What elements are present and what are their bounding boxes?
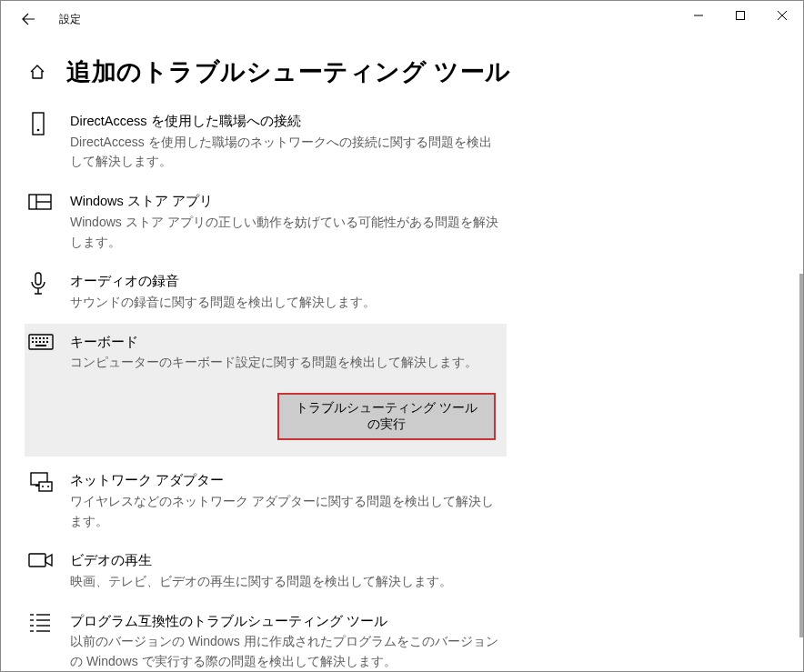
svg-rect-8 xyxy=(32,337,34,339)
item-desc: 以前のバージョンの Windows 用に作成されたプログラムをこのバージョンの … xyxy=(70,632,499,671)
svg-rect-12 xyxy=(46,337,48,339)
svg-rect-17 xyxy=(46,341,48,343)
arrow-left-icon xyxy=(21,12,35,26)
keyboard-icon xyxy=(28,333,54,351)
minimize-button[interactable] xyxy=(678,1,719,30)
page-header: 追加のトラブルシューティング ツール xyxy=(28,37,776,103)
svg-rect-21 xyxy=(39,482,52,491)
item-title: ビデオの再生 xyxy=(70,551,499,571)
svg-rect-16 xyxy=(43,341,45,343)
home-button[interactable] xyxy=(28,63,50,81)
item-title: キーボード xyxy=(70,333,496,353)
item-desc: 映画、テレビ、ビデオの再生に関する問題を検出して解決します。 xyxy=(70,572,499,592)
svg-rect-24 xyxy=(29,554,45,567)
troubleshooter-item-network-adapter[interactable]: ネットワーク アダプター ワイヤレスなどのネットワーク アダプターに関する問題を… xyxy=(28,462,510,542)
item-desc: ワイヤレスなどのネットワーク アダプターに関する問題を検出して解決します。 xyxy=(70,492,499,531)
item-title: プログラム互換性のトラブルシューティング ツール xyxy=(70,612,499,632)
close-button[interactable] xyxy=(761,1,803,30)
item-desc: Windows ストア アプリの正しい動作を妨げている可能性がある問題を解決しま… xyxy=(70,213,499,252)
svg-rect-13 xyxy=(32,341,34,343)
microphone-icon xyxy=(28,272,48,297)
vertical-scrollbar[interactable] xyxy=(799,274,803,637)
item-title: オーディオの録音 xyxy=(70,272,499,292)
svg-rect-14 xyxy=(35,341,37,343)
svg-rect-6 xyxy=(35,273,41,285)
item-title: DirectAccess を使用した職場への接続 xyxy=(70,112,499,132)
svg-rect-11 xyxy=(43,337,45,339)
content-area: 追加のトラブルシューティング ツール DirectAccess を使用した職場へ… xyxy=(1,37,803,671)
window-controls xyxy=(678,1,803,30)
svg-rect-10 xyxy=(39,337,41,339)
troubleshooter-item-program-compat[interactable]: プログラム互換性のトラブルシューティング ツール 以前のバージョンの Windo… xyxy=(28,603,510,671)
list-icon xyxy=(28,612,52,634)
page-title: 追加のトラブルシューティング ツール xyxy=(66,55,511,88)
maximize-icon xyxy=(736,11,745,20)
svg-rect-15 xyxy=(39,341,41,343)
tower-icon xyxy=(28,112,48,137)
apps-icon xyxy=(28,192,52,212)
troubleshooter-item-keyboard[interactable]: キーボード コンピューターのキーボード設定に関する問題を検出して解決します。 ト… xyxy=(25,324,507,456)
window-title: 設定 xyxy=(59,12,81,27)
svg-rect-1 xyxy=(33,113,44,135)
home-icon xyxy=(28,63,46,81)
svg-point-23 xyxy=(47,486,49,487)
svg-rect-0 xyxy=(737,12,745,20)
network-adapter-icon xyxy=(28,471,54,495)
svg-rect-18 xyxy=(35,345,46,346)
item-desc: DirectAccess を使用した職場のネットワークへの接続に関する問題を検出… xyxy=(70,133,499,172)
item-desc: コンピューターのキーボード設定に関する問題を検出して解決します。 xyxy=(70,353,496,373)
troubleshooter-item-video-playback[interactable]: ビデオの再生 映画、テレビ、ビデオの再生に関する問題を検出して解決します。 xyxy=(28,542,510,602)
svg-point-22 xyxy=(42,486,44,487)
svg-point-2 xyxy=(37,129,40,132)
run-troubleshooter-button[interactable]: トラブルシューティング ツールの実行 xyxy=(277,393,496,440)
maximize-button[interactable] xyxy=(719,1,761,30)
titlebar: 設定 xyxy=(1,1,803,37)
troubleshooter-item-store-apps[interactable]: Windows ストア アプリ Windows ストア アプリの正しい動作を妨げ… xyxy=(28,183,510,263)
troubleshooter-item-directaccess[interactable]: DirectAccess を使用した職場への接続 DirectAccess を使… xyxy=(28,103,510,183)
troubleshooter-item-audio-recording[interactable]: オーディオの録音 サウンドの録音に関する問題を検出して解決します。 xyxy=(28,263,510,323)
video-icon xyxy=(28,551,54,569)
close-icon xyxy=(778,11,787,20)
minimize-icon xyxy=(694,11,703,20)
item-title: ネットワーク アダプター xyxy=(70,471,499,491)
item-title: Windows ストア アプリ xyxy=(70,192,499,212)
back-button[interactable] xyxy=(15,12,41,26)
item-desc: サウンドの録音に関する問題を検出して解決します。 xyxy=(70,293,499,313)
svg-rect-9 xyxy=(35,337,37,339)
